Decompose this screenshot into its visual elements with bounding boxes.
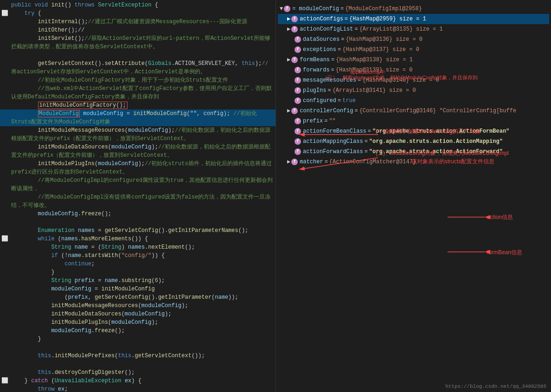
field-icon: f [284,6,290,12]
code-line-38: throw ex; [0,385,276,392]
code-line-19: Enumeration names = getServletConfig().g… [0,226,276,235]
code-line-21: String name = (String) names.nextElement… [0,243,276,251]
code-line-22: if (!name.startsWith("config/")) { [0,251,276,260]
code-line-30: initModulePlugIns(moduleConfig); [0,318,276,327]
debug-panel: (一)创建用于创建ModuleConfig的工厂对象 (二)、ModuleCon… [276,0,551,392]
debug-tree: ▼ f = moduleConfig = {ModuleConfigImpl@2… [276,0,551,171]
code-line-13: initModuleDataSources(moduleConfig);//初始… [0,143,276,160]
debug-item-formbeans[interactable]: ▶ f formBeans = {HashMap@3138} size = 1 [278,55,549,65]
debug-key-2: actionConfigs [300,14,343,24]
debug-item-forwards[interactable]: f forwards = {HashMap@3139} size = 0 [278,65,549,75]
code-panel: public void init() throws ServletExcepti… [0,0,276,392]
code-line-7: getServletContext().setAttribute(Globals… [0,59,276,76]
code-line-31: moduleConfig.freeze(); [0,327,276,335]
code-line-6 [0,51,276,59]
code-line-24: } [0,268,276,276]
debug-val-2: {HashMap@2959} size = 1 [349,14,426,24]
debug-item-actionmappingclass[interactable]: f actionMappingClass = "org.apache.strut… [278,136,549,147]
code-line-26: moduleConfig = initModuleConfig [0,285,276,293]
code-line-3: initInternal();//通过工厂模式创建资源类MessageResou… [0,18,276,26]
field-icon-2: f [291,16,298,22]
debug-item-actionforwardclass[interactable]: f actionForwardClass = "org.apache.strut… [278,147,549,157]
code-line-11: ModuleConfig moduleConfig = initModuleCo… [0,109,276,126]
code-line-1: public void init() throws ServletExcepti… [0,1,276,9]
code-line-23: continue; [0,260,276,268]
debug-item-actionformbeanclass[interactable]: f actionFormBeanClass = "org.apache.stru… [278,126,549,136]
code-line-12: initModuleMessageResources(moduleConfig)… [0,126,276,143]
debug-val: {ModuleConfigImpl@2958} [345,4,422,13]
code-line-4: initOther();// [0,26,276,34]
code-line-34: this.initModulePrefixes(this.getServletC… [0,352,276,360]
debug-item-datasources[interactable]: f dataSources = {HashMap@3136} size = 0 [278,34,549,45]
debug-item-moduleconfig[interactable]: ▼ f = moduleConfig = {ModuleConfigImpl@2… [278,4,549,14]
chevron-right-icon-2: ▶ [287,25,290,34]
annotation-action-info: action信息 [487,213,513,221]
chevron-right-icon: ▶ [287,14,290,24]
debug-item-matcher[interactable]: ▶ f matcher = {ActionConfigMatcher@3147} [278,157,549,167]
code-line-20: ⬜ while (names.hasMoreElements()) { [0,235,276,243]
code-line-27: (prefix, getServletConfig().getInitParam… [0,293,276,302]
code-line-25: String prefix = name.substring(6); [0,276,276,285]
code-line-29: initModuleDataSources(moduleConfig); [0,310,276,318]
debug-key: = moduleConfig [292,4,339,13]
code-line-10: initModuleConfigFactory(); [0,101,276,109]
code-line-2: ⬜ try { [0,9,276,18]
code-line-9: //当web.xml中ActionServlet配置了configFactory… [0,84,276,101]
code-line-37: ⬜ } catch (UnavailableException ex) { [0,377,276,385]
debug-item-actionconfiglist[interactable]: ▶ f actionConfigList = {ArrayList@3135} … [278,24,549,34]
code-line-17: moduleConfig.freeze(); [0,210,276,218]
code-line-18 [0,218,276,226]
debug-item-actionconfigs[interactable]: ▶ f actionConfigs = {HashMap@2959} size … [278,14,549,24]
debug-item-prefix[interactable]: f prefix = "" [278,116,549,126]
code-line-5: initServlet();//获取ActionServlet对应的url-pa… [0,34,276,51]
footer-url: https://blog.csdn.net/qq_34092585 [445,384,546,389]
main-container: public void init() throws ServletExcepti… [0,0,551,392]
debug-item-plugins[interactable]: f plugIns = {ArrayList@3141} size = 0 [278,85,549,96]
code-line-32: } [0,335,276,343]
chevron-right-icon-3: ▶ [287,55,290,64]
debug-item-configured[interactable]: f configured = true [278,96,549,106]
code-line-14: initModulePlugIns(moduleConfig);//初始化str… [0,160,276,176]
debug-item-messageresources[interactable]: f messageResources = {HashMap@3140} size… [278,75,549,85]
code-line-35 [0,360,276,368]
debug-item-controllerconfig[interactable]: ▶ f controllerConfig = {ControllerConfig… [278,106,549,116]
code-line-33 [0,343,276,352]
code-line-28: initModuleMessageResources(moduleConfig)… [0,302,276,310]
annotation-formbean-info: formBean信息 [487,249,522,257]
code-line-15: //将ModuleConfigImpl的configured属性设置为true，… [0,176,276,193]
code-line-16: //而ModuleConfigImpl没有提供将configured设置为fal… [0,193,276,210]
code-line-36: this.destroyConfigDigester(); [0,368,276,377]
code-line-8: //初始化ModuleConfigFactory对象，用于下一步初始化Strut… [0,76,276,84]
chevron-down-icon: ▼ [280,4,283,13]
debug-item-exceptions[interactable]: f exceptions = {HashMap@3137} size = 0 [278,45,549,55]
